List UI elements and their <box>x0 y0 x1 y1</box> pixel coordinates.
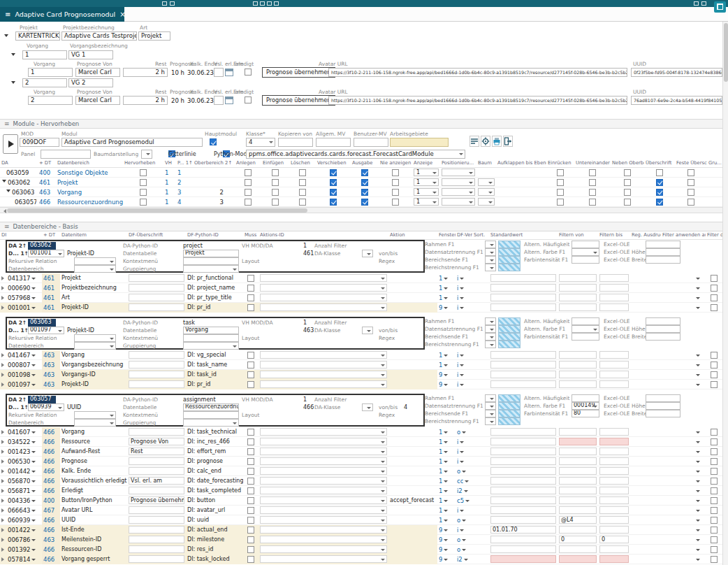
aktions-id-cell[interactable] <box>260 536 387 543</box>
filter-deak-checkbox[interactable] <box>711 546 718 553</box>
column-header[interactable]: Datenbereich <box>56 160 123 167</box>
filtern-von-cell[interactable] <box>559 303 597 311</box>
expand-chevron-icon[interactable] <box>1 363 6 367</box>
anzeige-dropdown[interactable]: 1 <box>414 178 439 186</box>
aktions-id-cell[interactable] <box>260 351 387 359</box>
data-item-row[interactable]: 056870466Voraussichtlich erledigt amVsl.… <box>0 476 722 486</box>
di-value[interactable]: 066643 <box>8 507 30 514</box>
df-ueberschrift-cell[interactable] <box>129 371 184 378</box>
filtern-bis-cell[interactable] <box>599 294 629 301</box>
einruecken-checkbox[interactable] <box>557 199 564 206</box>
data-item-row[interactable]: 001423466Aufwand-RestRestDI: effort_rem1… <box>0 447 722 457</box>
print-button[interactable] <box>492 136 502 147</box>
df-ueberschrift-cell[interactable]: Prognose übernehmen <box>129 496 184 504</box>
dropdown-arrow-icon[interactable] <box>31 355 36 359</box>
df-verh-value[interactable]: o <box>457 536 460 543</box>
standardwert-cell[interactable] <box>490 303 556 311</box>
dropdown-arrow-icon[interactable] <box>444 278 448 282</box>
fenster-value[interactable]: 9 <box>439 536 442 543</box>
dropdown-arrow-icon[interactable] <box>460 461 464 465</box>
di-id-dropdown[interactable]: 001097 <box>28 327 64 334</box>
benutzer-mv-field[interactable] <box>354 138 388 147</box>
column-header[interactable]: Aufklappen bis Ebene <box>496 160 546 167</box>
ausgabe-checkbox[interactable] <box>361 199 368 206</box>
dropdown-arrow-icon[interactable] <box>31 297 36 301</box>
di-value[interactable]: 001097 <box>8 381 30 388</box>
dropdown-arrow-icon[interactable] <box>444 451 448 455</box>
df-verh-value[interactable]: c5 <box>457 497 464 504</box>
standardwert-cell[interactable] <box>490 487 556 494</box>
excel-ole-cell[interactable] <box>646 410 680 417</box>
df-ueberschrift-cell[interactable]: Rest <box>129 448 184 455</box>
da-klasse-dropdown[interactable] <box>362 250 373 257</box>
hervorheben-checkbox[interactable] <box>140 179 147 186</box>
muss-checkbox[interactable] <box>247 438 254 445</box>
dropdown-arrow-icon[interactable] <box>460 529 464 534</box>
data-item-row[interactable]: 001422466Ist-EndeDI: actual_end9i01.01.7… <box>0 525 722 535</box>
verschieben-checkbox[interactable] <box>330 169 337 176</box>
expand-chevron-icon[interactable] <box>1 528 6 532</box>
alt-option-cell[interactable] <box>572 394 599 402</box>
di-value[interactable]: 000807 <box>8 362 30 369</box>
data-item-row[interactable]: 056871466ErledigtDI: task_completed1i2 <box>0 486 722 496</box>
toolbar-restore-icon[interactable] <box>694 1 699 6</box>
dropdown-arrow-icon[interactable] <box>696 451 700 455</box>
df-ueberschrift-cell[interactable] <box>129 555 184 563</box>
data-item-row[interactable]: 006786463Meilenstein-IDDI: milestone9o00 <box>0 535 722 545</box>
neben-oberbereich-checkbox[interactable] <box>624 199 631 206</box>
filtern-bis-cell[interactable] <box>599 487 629 494</box>
standardwert-cell[interactable] <box>490 536 556 543</box>
dropdown-arrow-icon[interactable] <box>444 431 448 436</box>
horizontal-scrollbar[interactable] <box>0 207 722 213</box>
expand-chevron-icon[interactable] <box>1 459 6 464</box>
expand-chevron-icon[interactable] <box>1 373 6 377</box>
section-menu-icon[interactable]: ≡ <box>4 223 10 230</box>
filtern-bis-cell[interactable] <box>599 457 629 465</box>
dropdown-arrow-icon[interactable] <box>462 471 466 475</box>
expand-chevron-icon[interactable] <box>1 518 6 522</box>
frame-option-dropdown[interactable] <box>485 264 496 271</box>
dropdown-arrow-icon[interactable] <box>444 539 448 543</box>
dropdown-arrow-icon[interactable] <box>31 510 36 514</box>
da-python-id-value[interactable]: project <box>183 243 203 249</box>
ueberschrift-checkbox[interactable] <box>656 179 663 186</box>
muss-checkbox[interactable] <box>247 517 254 524</box>
dropdown-arrow-icon[interactable] <box>460 278 464 282</box>
dt-value[interactable]: 466 <box>43 468 54 475</box>
df-ueberschrift-cell[interactable] <box>129 294 184 301</box>
column-header[interactable]: Feste Überschrift <box>675 160 707 167</box>
expand-chevron-icon[interactable] <box>4 34 8 39</box>
data-item-row[interactable]: 001098463Vorgangs-IDDI: task_id9i <box>0 370 722 380</box>
avatar-url-cell[interactable]: https://3f10-2-211-106-158.ngrok-free.ap… <box>328 68 627 77</box>
expand-chevron-icon[interactable] <box>1 440 6 444</box>
fenster-value[interactable]: 1 <box>439 468 442 475</box>
di-value[interactable]: 004336 <box>8 497 30 504</box>
datenbereich-dropdown[interactable] <box>74 342 116 350</box>
da-id-cell[interactable]: 063062 <box>28 242 56 250</box>
dropdown-arrow-icon[interactable] <box>696 490 700 494</box>
fenster-value[interactable]: 9 <box>439 527 442 534</box>
expand-chevron-icon[interactable] <box>1 508 6 513</box>
hervorheben-checkbox[interactable] <box>140 199 147 206</box>
muss-checkbox[interactable] <box>247 448 254 455</box>
filter-deak-checkbox[interactable] <box>711 294 718 301</box>
python-modulunterklasse-dropdown[interactable]: ppms.office.adaptivecards.cards.forecast… <box>246 150 465 159</box>
task-vorgang-cell[interactable]: 1 <box>28 68 73 77</box>
di-id-dropdown[interactable]: 060939 <box>28 403 64 411</box>
muss-checkbox[interactable] <box>247 487 254 494</box>
di-id-dropdown[interactable]: 001001 <box>28 250 64 257</box>
frame-option-dropdown[interactable] <box>485 325 496 333</box>
dropdown-arrow-icon[interactable] <box>444 374 448 378</box>
df-ueberschrift-cell[interactable] <box>129 526 184 534</box>
feste-ueberschrift-checkbox[interactable] <box>687 189 694 196</box>
filtern-von-cell[interactable] <box>559 438 597 445</box>
ausgabe-checkbox[interactable] <box>361 189 368 196</box>
rekursive-relation-dropdown[interactable] <box>74 257 116 265</box>
calendar-icon[interactable] <box>225 96 233 104</box>
dropdown-arrow-icon[interactable] <box>31 559 36 563</box>
dropdown-arrow-icon[interactable] <box>31 461 36 465</box>
da-klasse-dropdown[interactable] <box>362 403 373 411</box>
fenster-value[interactable]: 1 <box>439 497 442 504</box>
df-verh-value[interactable]: i <box>457 381 458 388</box>
di-value[interactable]: 001001 <box>8 304 30 311</box>
